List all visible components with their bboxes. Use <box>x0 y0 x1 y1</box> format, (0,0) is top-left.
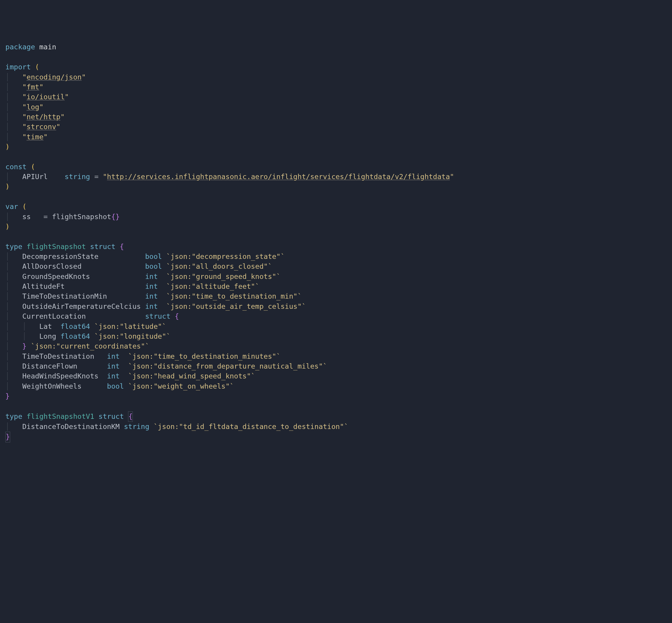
keyword-type: type <box>5 412 23 421</box>
field-tag: `json:"head_wind_speed_knots"` <box>128 372 255 380</box>
keyword-import: import <box>5 63 31 71</box>
field-type: int <box>107 352 120 360</box>
import-path: io/ioutil <box>27 93 65 101</box>
var-type: flightSnapshot <box>52 212 111 221</box>
field-name: DistanceFlown <box>23 362 78 370</box>
field-type: int <box>107 372 120 380</box>
import-path: strconv <box>27 123 56 131</box>
const-name: APIUrl <box>23 173 48 181</box>
import-path: net/http <box>27 113 60 121</box>
field-tag: `json:"current_coordinates"` <box>31 342 149 350</box>
field-name: OutsideAirTemperatureCelcius <box>23 302 141 310</box>
field-type: int <box>145 292 158 300</box>
import-path: encoding/json <box>27 73 82 81</box>
field-name: GroundSpeedKnots <box>23 272 90 281</box>
ident-main: main <box>39 43 56 51</box>
import-path: time <box>27 133 44 141</box>
field-tag: `json:"longitude"` <box>94 332 171 340</box>
code-editor[interactable]: package main import ( │ "encoding/json" … <box>5 42 667 442</box>
field-name: DistanceToDestinationKM <box>23 422 120 431</box>
field-name: TimeToDestinationMin <box>23 292 107 300</box>
field-type: bool <box>145 252 162 261</box>
field-type: int <box>145 272 158 281</box>
field-name: AltitudeFt <box>23 282 65 291</box>
const-value: http://services.inflightpanasonic.aero/i… <box>107 173 450 181</box>
keyword-type: type <box>5 242 23 251</box>
field-tag: `json:"distance_from_departure_nautical_… <box>128 362 327 370</box>
import-path: fmt <box>27 83 39 91</box>
field-type: float64 <box>60 322 90 331</box>
keyword-const: const <box>5 162 27 171</box>
field-tag: `json:"altitude_feet"` <box>166 282 259 291</box>
keyword-package: package <box>5 43 35 51</box>
import-path: log <box>27 103 39 111</box>
field-type: string <box>124 422 149 431</box>
field-name: HeadWindSpeedKnots <box>23 372 99 380</box>
keyword-struct: struct <box>90 242 115 251</box>
keyword-var: var <box>5 202 18 211</box>
field-tag: `json:"weight_on_wheels"` <box>128 382 234 390</box>
field-tag: `json:"all_doors_closed"` <box>166 262 272 271</box>
field-name: TimeToDestination <box>23 352 94 360</box>
field-name: DecompressionState <box>23 252 99 261</box>
field-type: int <box>145 282 158 291</box>
field-name: WeightOnWheels <box>23 382 82 390</box>
field-tag: `json:"outside_air_temp_celsius"` <box>166 302 306 310</box>
field-tag: `json:"time_to_destination_min"` <box>166 292 302 300</box>
field-type: int <box>107 362 120 370</box>
field-type: bool <box>145 262 162 271</box>
keyword-struct: struct <box>99 412 124 421</box>
field-name: Lat <box>39 322 52 331</box>
field-tag: `json:"td_id_fltdata_distance_to_destina… <box>153 422 348 431</box>
type-string: string <box>65 173 90 181</box>
var-name: ss <box>23 212 31 221</box>
type-name: flightSnapshot <box>27 242 86 251</box>
field-type: int <box>145 302 158 310</box>
field-tag: `json:"decompression_state"` <box>166 252 285 261</box>
type-name: flightSnapshotV1 <box>27 412 94 421</box>
field-name: CurrentLocation <box>23 312 86 321</box>
keyword-struct: struct <box>145 312 171 321</box>
field-tag: `json:"latitude"` <box>94 322 166 331</box>
field-type: bool <box>107 382 124 390</box>
field-tag: `json:"time_to_destination_minutes"` <box>128 352 280 360</box>
field-name: AllDoorsClosed <box>23 262 82 271</box>
field-type: float64 <box>60 332 90 340</box>
field-name: Long <box>39 332 56 340</box>
field-tag: `json:"ground_speed_knots"` <box>166 272 281 281</box>
